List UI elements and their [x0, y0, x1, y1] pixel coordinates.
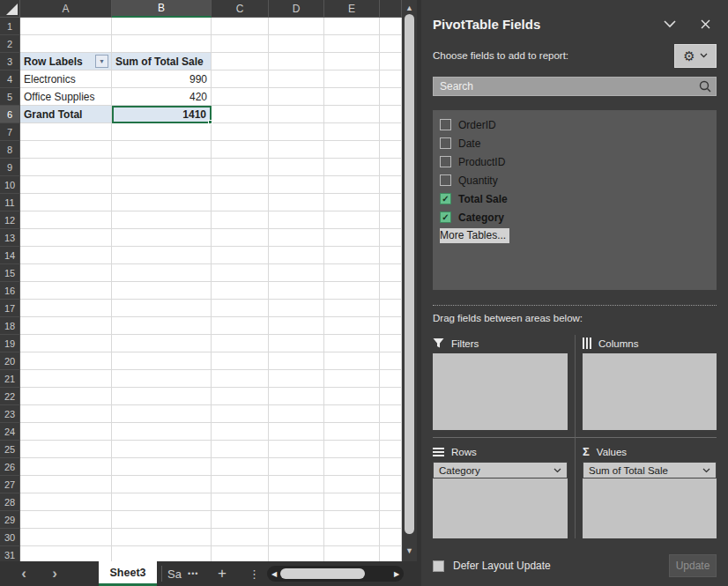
vertical-scrollbar[interactable]: ▲ ▼ [402, 0, 417, 561]
cell-C16[interactable] [212, 282, 269, 300]
cell-A17[interactable] [20, 300, 112, 317]
cell-A27[interactable] [20, 476, 112, 493]
fill-handle[interactable] [208, 120, 212, 124]
cell-B16[interactable] [112, 282, 212, 300]
cell-A5[interactable]: Office Supplies [20, 88, 112, 106]
cell-B30[interactable] [112, 529, 212, 546]
cell-D24[interactable] [269, 423, 324, 441]
row-header-4[interactable]: 4 [0, 70, 20, 88]
cell-D19[interactable] [269, 335, 324, 352]
cell-E27[interactable] [324, 476, 380, 493]
cell-x26[interactable] [380, 458, 402, 476]
values-drop-zone[interactable]: Sum of Total Sale [583, 462, 717, 538]
cell-x20[interactable] [380, 352, 402, 370]
row-header-13[interactable]: 13 [0, 229, 20, 247]
cell-C11[interactable] [212, 194, 269, 211]
cell-E7[interactable] [324, 123, 380, 141]
scroll-up-icon[interactable]: ▲ [402, 2, 417, 14]
cell-C31[interactable] [212, 546, 269, 561]
cell-D11[interactable] [269, 194, 324, 211]
cell-E6[interactable] [324, 106, 380, 123]
field-checkbox[interactable]: ✓ [440, 211, 451, 223]
cell-E2[interactable] [324, 35, 380, 53]
scroll-right-icon[interactable]: ▶ [390, 566, 403, 582]
field-item-quantity[interactable]: Quantity [440, 171, 717, 189]
cell-A11[interactable] [20, 194, 112, 211]
horizontal-scrollbar[interactable]: ◀ ▶ [267, 566, 404, 582]
row-header-20[interactable]: 20 [0, 352, 20, 370]
cell-D7[interactable] [269, 123, 324, 141]
row-header-5[interactable]: 5 [0, 88, 20, 106]
panel-close-icon[interactable] [694, 15, 717, 33]
cell-A14[interactable] [20, 247, 112, 264]
cell-A19[interactable] [20, 335, 112, 352]
cell-D4[interactable] [269, 70, 324, 88]
cell-x23[interactable] [380, 405, 402, 423]
cell-C14[interactable] [212, 247, 269, 264]
cell-B28[interactable] [112, 493, 212, 511]
row-header-24[interactable]: 24 [0, 423, 20, 441]
cell-B5[interactable]: 420 [112, 88, 212, 106]
cell-D16[interactable] [269, 282, 324, 300]
filter-dropdown-icon[interactable]: ▼ [95, 55, 108, 68]
row-header-26[interactable]: 26 [0, 458, 20, 476]
cell-B17[interactable] [112, 300, 212, 317]
field-checkbox[interactable] [440, 174, 451, 186]
tab-overflow-dots-icon[interactable]: ••• [188, 561, 198, 586]
search-input[interactable] [433, 77, 717, 96]
row-header-12[interactable]: 12 [0, 211, 20, 229]
cell-x9[interactable] [380, 159, 402, 176]
cell-E1[interactable] [324, 18, 380, 35]
row-header-30[interactable]: 30 [0, 529, 20, 546]
row-header-16[interactable]: 16 [0, 282, 20, 300]
cell-C10[interactable] [212, 176, 269, 194]
cell-C23[interactable] [212, 405, 269, 423]
cell-C8[interactable] [212, 141, 269, 159]
cell-E21[interactable] [324, 370, 380, 388]
cell-D6[interactable] [269, 106, 324, 123]
cell-B13[interactable] [112, 229, 212, 247]
cell-x7[interactable] [380, 123, 402, 141]
cell-E3[interactable] [324, 53, 380, 70]
cell-D1[interactable] [269, 18, 324, 35]
cell-B21[interactable] [112, 370, 212, 388]
cell-x21[interactable] [380, 370, 402, 388]
cell-x27[interactable] [380, 476, 402, 493]
update-button[interactable]: Update [669, 554, 717, 577]
cell-x10[interactable] [380, 176, 402, 194]
row-header-2[interactable]: 2 [0, 35, 20, 53]
cell-x12[interactable] [380, 211, 402, 229]
row-header-21[interactable]: 21 [0, 370, 20, 388]
columns-drop-zone[interactable] [583, 353, 717, 430]
cell-A6[interactable]: Grand Total [20, 106, 112, 123]
cell-A13[interactable] [20, 229, 112, 247]
row-header-15[interactable]: 15 [0, 264, 20, 282]
cell-D31[interactable] [269, 546, 324, 561]
cell-C7[interactable] [212, 123, 269, 141]
cell-B19[interactable] [112, 335, 212, 352]
cell-x16[interactable] [380, 282, 402, 300]
field-checkbox[interactable]: ✓ [440, 193, 451, 204]
row-header-6[interactable]: 6 [0, 106, 20, 123]
field-checkbox[interactable] [440, 156, 451, 167]
select-all-corner[interactable] [0, 0, 20, 18]
cell-C28[interactable] [212, 493, 269, 511]
filters-drop-zone[interactable] [433, 353, 568, 430]
cell-E15[interactable] [324, 264, 380, 282]
cell-x30[interactable] [380, 529, 402, 546]
cell-A25[interactable] [20, 441, 112, 458]
cell-x14[interactable] [380, 247, 402, 264]
cell-A26[interactable] [20, 458, 112, 476]
row-header-8[interactable]: 8 [0, 141, 20, 159]
row-header-29[interactable]: 29 [0, 511, 20, 529]
cell-C19[interactable] [212, 335, 269, 352]
cell-C2[interactable] [212, 35, 269, 53]
cell-C12[interactable] [212, 211, 269, 229]
cell-D25[interactable] [269, 441, 324, 458]
cell-E13[interactable] [324, 229, 380, 247]
cell-B23[interactable] [112, 405, 212, 423]
cell-C6[interactable] [212, 106, 269, 123]
cell-x6[interactable] [380, 106, 402, 123]
cell-A29[interactable] [20, 511, 112, 529]
row-header-27[interactable]: 27 [0, 476, 20, 493]
